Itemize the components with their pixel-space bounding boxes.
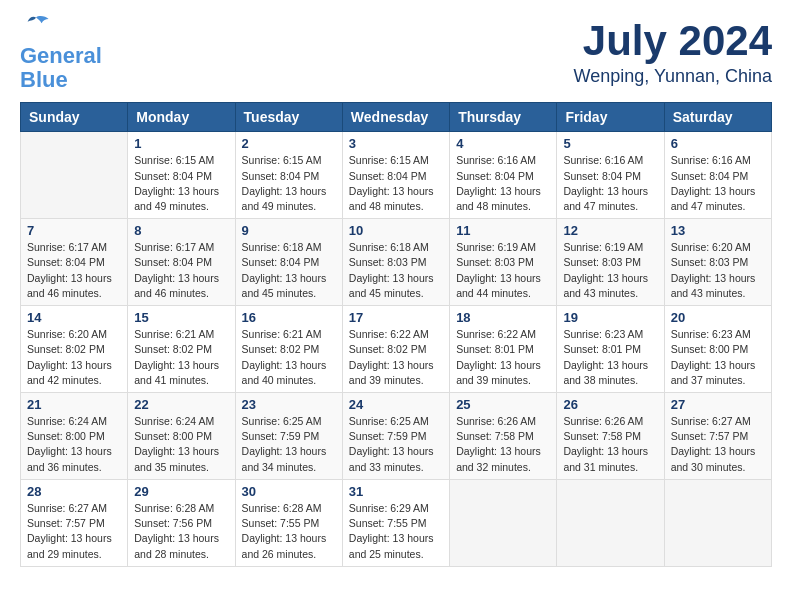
day-info: Sunrise: 6:17 AM Sunset: 8:04 PM Dayligh… [27,240,121,301]
calendar-cell: 29Sunrise: 6:28 AM Sunset: 7:56 PM Dayli… [128,479,235,566]
day-info: Sunrise: 6:28 AM Sunset: 7:55 PM Dayligh… [242,501,336,562]
day-info: Sunrise: 6:23 AM Sunset: 8:01 PM Dayligh… [563,327,657,388]
calendar-cell [21,132,128,219]
calendar-cell: 31Sunrise: 6:29 AM Sunset: 7:55 PM Dayli… [342,479,449,566]
calendar-cell: 14Sunrise: 6:20 AM Sunset: 8:02 PM Dayli… [21,306,128,393]
day-info: Sunrise: 6:15 AM Sunset: 8:04 PM Dayligh… [242,153,336,214]
day-number: 26 [563,397,657,412]
day-number: 15 [134,310,228,325]
day-info: Sunrise: 6:16 AM Sunset: 8:04 PM Dayligh… [671,153,765,214]
day-number: 22 [134,397,228,412]
day-info: Sunrise: 6:22 AM Sunset: 8:01 PM Dayligh… [456,327,550,388]
calendar-cell [664,479,771,566]
day-info: Sunrise: 6:25 AM Sunset: 7:59 PM Dayligh… [349,414,443,475]
day-info: Sunrise: 6:25 AM Sunset: 7:59 PM Dayligh… [242,414,336,475]
day-number: 14 [27,310,121,325]
header-saturday: Saturday [664,103,771,132]
day-number: 25 [456,397,550,412]
day-info: Sunrise: 6:27 AM Sunset: 7:57 PM Dayligh… [27,501,121,562]
calendar-week-row: 1Sunrise: 6:15 AM Sunset: 8:04 PM Daylig… [21,132,772,219]
day-info: Sunrise: 6:17 AM Sunset: 8:04 PM Dayligh… [134,240,228,301]
calendar-cell: 20Sunrise: 6:23 AM Sunset: 8:00 PM Dayli… [664,306,771,393]
day-number: 19 [563,310,657,325]
day-number: 16 [242,310,336,325]
day-number: 2 [242,136,336,151]
calendar-cell: 17Sunrise: 6:22 AM Sunset: 8:02 PM Dayli… [342,306,449,393]
day-number: 17 [349,310,443,325]
day-info: Sunrise: 6:21 AM Sunset: 8:02 PM Dayligh… [242,327,336,388]
calendar-cell: 1Sunrise: 6:15 AM Sunset: 8:04 PM Daylig… [128,132,235,219]
calendar-cell: 4Sunrise: 6:16 AM Sunset: 8:04 PM Daylig… [450,132,557,219]
logo: General Blue [20,20,102,92]
day-info: Sunrise: 6:16 AM Sunset: 8:04 PM Dayligh… [456,153,550,214]
day-info: Sunrise: 6:16 AM Sunset: 8:04 PM Dayligh… [563,153,657,214]
calendar-week-row: 14Sunrise: 6:20 AM Sunset: 8:02 PM Dayli… [21,306,772,393]
header-monday: Monday [128,103,235,132]
day-number: 9 [242,223,336,238]
day-number: 29 [134,484,228,499]
day-number: 8 [134,223,228,238]
calendar-cell: 13Sunrise: 6:20 AM Sunset: 8:03 PM Dayli… [664,219,771,306]
logo-bird-icon [22,12,50,40]
header-sunday: Sunday [21,103,128,132]
day-number: 6 [671,136,765,151]
day-number: 5 [563,136,657,151]
day-info: Sunrise: 6:18 AM Sunset: 8:03 PM Dayligh… [349,240,443,301]
day-number: 1 [134,136,228,151]
day-number: 10 [349,223,443,238]
location-title: Wenping, Yunnan, China [574,66,773,87]
day-info: Sunrise: 6:19 AM Sunset: 8:03 PM Dayligh… [563,240,657,301]
month-title: July 2024 [574,20,773,62]
day-info: Sunrise: 6:24 AM Sunset: 8:00 PM Dayligh… [134,414,228,475]
calendar-cell: 8Sunrise: 6:17 AM Sunset: 8:04 PM Daylig… [128,219,235,306]
calendar-cell: 18Sunrise: 6:22 AM Sunset: 8:01 PM Dayli… [450,306,557,393]
calendar-cell: 9Sunrise: 6:18 AM Sunset: 8:04 PM Daylig… [235,219,342,306]
day-number: 11 [456,223,550,238]
calendar-cell: 25Sunrise: 6:26 AM Sunset: 7:58 PM Dayli… [450,393,557,480]
day-info: Sunrise: 6:19 AM Sunset: 8:03 PM Dayligh… [456,240,550,301]
day-number: 27 [671,397,765,412]
day-info: Sunrise: 6:28 AM Sunset: 7:56 PM Dayligh… [134,501,228,562]
day-number: 13 [671,223,765,238]
calendar-cell [450,479,557,566]
day-info: Sunrise: 6:29 AM Sunset: 7:55 PM Dayligh… [349,501,443,562]
day-info: Sunrise: 6:26 AM Sunset: 7:58 PM Dayligh… [563,414,657,475]
calendar-header-row: SundayMondayTuesdayWednesdayThursdayFrid… [21,103,772,132]
calendar-cell: 2Sunrise: 6:15 AM Sunset: 8:04 PM Daylig… [235,132,342,219]
day-number: 23 [242,397,336,412]
day-number: 12 [563,223,657,238]
calendar-cell: 11Sunrise: 6:19 AM Sunset: 8:03 PM Dayli… [450,219,557,306]
calendar-cell: 15Sunrise: 6:21 AM Sunset: 8:02 PM Dayli… [128,306,235,393]
day-number: 28 [27,484,121,499]
day-number: 7 [27,223,121,238]
day-info: Sunrise: 6:20 AM Sunset: 8:02 PM Dayligh… [27,327,121,388]
day-info: Sunrise: 6:22 AM Sunset: 8:02 PM Dayligh… [349,327,443,388]
day-info: Sunrise: 6:24 AM Sunset: 8:00 PM Dayligh… [27,414,121,475]
logo-text: General Blue [20,44,102,92]
calendar-cell: 22Sunrise: 6:24 AM Sunset: 8:00 PM Dayli… [128,393,235,480]
title-section: July 2024 Wenping, Yunnan, China [574,20,773,87]
calendar-cell: 12Sunrise: 6:19 AM Sunset: 8:03 PM Dayli… [557,219,664,306]
page-header: General Blue July 2024 Wenping, Yunnan, … [20,20,772,92]
day-number: 3 [349,136,443,151]
calendar-week-row: 21Sunrise: 6:24 AM Sunset: 8:00 PM Dayli… [21,393,772,480]
day-info: Sunrise: 6:20 AM Sunset: 8:03 PM Dayligh… [671,240,765,301]
day-number: 4 [456,136,550,151]
header-friday: Friday [557,103,664,132]
calendar-cell: 16Sunrise: 6:21 AM Sunset: 8:02 PM Dayli… [235,306,342,393]
calendar-week-row: 7Sunrise: 6:17 AM Sunset: 8:04 PM Daylig… [21,219,772,306]
calendar-cell: 7Sunrise: 6:17 AM Sunset: 8:04 PM Daylig… [21,219,128,306]
header-wednesday: Wednesday [342,103,449,132]
calendar-cell: 24Sunrise: 6:25 AM Sunset: 7:59 PM Dayli… [342,393,449,480]
calendar-cell: 30Sunrise: 6:28 AM Sunset: 7:55 PM Dayli… [235,479,342,566]
day-number: 18 [456,310,550,325]
calendar-cell: 3Sunrise: 6:15 AM Sunset: 8:04 PM Daylig… [342,132,449,219]
day-number: 30 [242,484,336,499]
day-number: 21 [27,397,121,412]
calendar-cell: 21Sunrise: 6:24 AM Sunset: 8:00 PM Dayli… [21,393,128,480]
day-info: Sunrise: 6:27 AM Sunset: 7:57 PM Dayligh… [671,414,765,475]
day-number: 31 [349,484,443,499]
day-info: Sunrise: 6:15 AM Sunset: 8:04 PM Dayligh… [134,153,228,214]
calendar-table: SundayMondayTuesdayWednesdayThursdayFrid… [20,102,772,566]
calendar-cell [557,479,664,566]
